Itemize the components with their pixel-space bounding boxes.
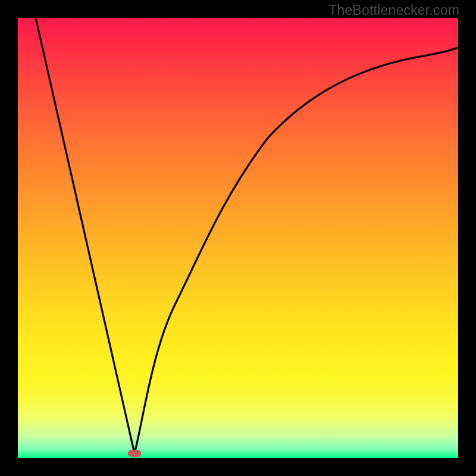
plot-area bbox=[18, 18, 458, 458]
optimal-point-marker bbox=[128, 450, 141, 457]
chart-frame: TheBottleneсker.com bbox=[0, 0, 476, 476]
bottleneck-curve bbox=[18, 18, 458, 458]
curve-path bbox=[36, 18, 458, 453]
watermark-text: TheBottleneсker.com bbox=[328, 2, 459, 18]
